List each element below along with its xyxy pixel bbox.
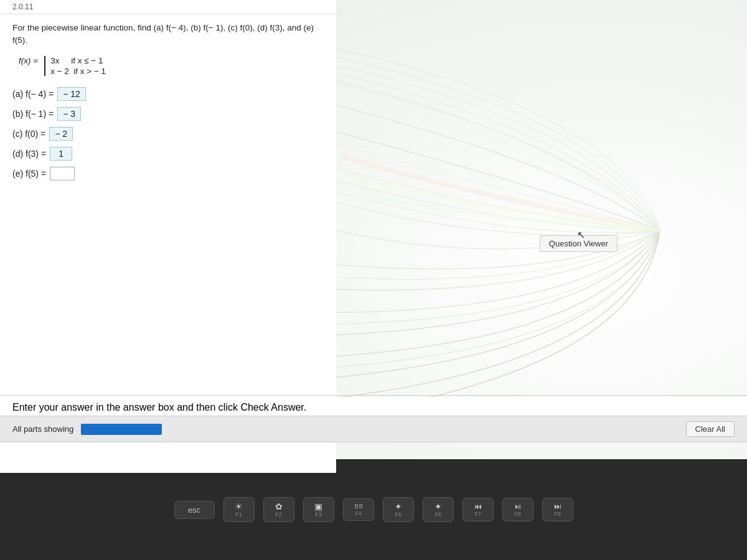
- keyboard-area: esc ☀ F1 ✿ F2 ▣ F3 ⠿⠿ F4 ✦ F5 ✦ F6 ⏮ F7 …: [0, 459, 747, 560]
- part-e-row: (e) f(5) =: [12, 167, 324, 180]
- part-b-value: − 3: [57, 107, 81, 121]
- cursor-indicator: ↖: [577, 229, 585, 241]
- progress-bar: [81, 424, 162, 435]
- f3-label: F3: [311, 511, 326, 518]
- piece-2: x − 2 if x > − 1: [50, 67, 106, 76]
- instruction-bar: Enter your answer in the answer box and …: [0, 397, 747, 418]
- f5-label: F5: [391, 511, 406, 518]
- f9-icon: ⏭: [554, 502, 561, 511]
- part-b-label: (b) f(− 1) =: [12, 109, 54, 119]
- f1-label: F1: [232, 511, 247, 518]
- all-parts-label: All parts showing: [12, 424, 73, 434]
- f9-label: F9: [550, 511, 565, 517]
- piecewise-brace: 3x if x ≤ − 1 x − 2 if x > − 1: [44, 56, 106, 76]
- part-c-label: (c) f(0) =: [12, 129, 45, 139]
- f7-label: F7: [471, 511, 486, 517]
- parts-bar: All parts showing Clear All: [0, 416, 747, 442]
- f2-icon: ✿: [275, 502, 283, 511]
- key-f7[interactable]: ⏮ F7: [463, 498, 494, 521]
- part-a-row: (a) f(− 4) = − 12: [12, 87, 324, 101]
- function-definition: f(x) = 3x if x ≤ − 1 x − 2 if x > − 1: [12, 56, 324, 76]
- f4-icon: ⠿⠿: [354, 503, 363, 510]
- key-esc[interactable]: esc: [174, 501, 215, 519]
- part-e-input[interactable]: [50, 167, 75, 180]
- piece-1: 3x if x ≤ − 1: [50, 56, 106, 65]
- f6-label: F6: [431, 511, 446, 518]
- key-f8[interactable]: ⏯ F8: [502, 498, 533, 521]
- f5-icon: ✦: [395, 502, 402, 511]
- key-f2[interactable]: ✿ F2: [263, 497, 294, 522]
- separator-line: [0, 395, 747, 396]
- part-b-row: (b) f(− 1) = − 3: [12, 107, 324, 121]
- part-a-value: − 12: [57, 87, 86, 101]
- version-label: 2.0.11: [12, 2, 33, 11]
- f3-icon: ▣: [314, 502, 322, 511]
- part-d-row: (d) f(3) = 1: [12, 147, 324, 161]
- f2-label: F2: [271, 511, 286, 518]
- part-e-label: (e) f(5) =: [12, 169, 46, 179]
- f1-icon: ☀: [235, 502, 243, 511]
- part-d-value: 1: [50, 147, 72, 161]
- parts-left-section: All parts showing: [12, 424, 162, 435]
- f6-icon: ✦: [435, 502, 442, 511]
- part-d-label: (d) f(3) =: [12, 149, 46, 159]
- key-f4[interactable]: ⠿⠿ F4: [343, 498, 374, 521]
- f8-icon: ⏯: [514, 502, 522, 511]
- f8-label: F8: [510, 511, 525, 517]
- clear-all-button[interactable]: Clear All: [686, 421, 735, 437]
- f4-label: F4: [351, 510, 366, 516]
- part-c-row: (c) f(0) = − 2: [12, 127, 324, 141]
- f7-icon: ⏮: [474, 502, 482, 511]
- key-f5[interactable]: ✦ F5: [383, 497, 414, 522]
- instruction-text: Enter your answer in the answer box and …: [12, 402, 306, 413]
- function-label: f(x) =: [19, 56, 38, 65]
- key-f6[interactable]: ✦ F6: [423, 497, 454, 522]
- key-f3[interactable]: ▣ F3: [303, 497, 334, 522]
- key-f9[interactable]: ⏭ F9: [542, 498, 573, 521]
- part-a-label: (a) f(− 4) =: [12, 89, 54, 99]
- part-c-value: − 2: [49, 127, 73, 141]
- question-instruction: For the piecewise linear function, find …: [12, 22, 324, 47]
- title-bar: 2.0.11: [0, 0, 336, 14]
- key-f1[interactable]: ☀ F1: [223, 497, 255, 522]
